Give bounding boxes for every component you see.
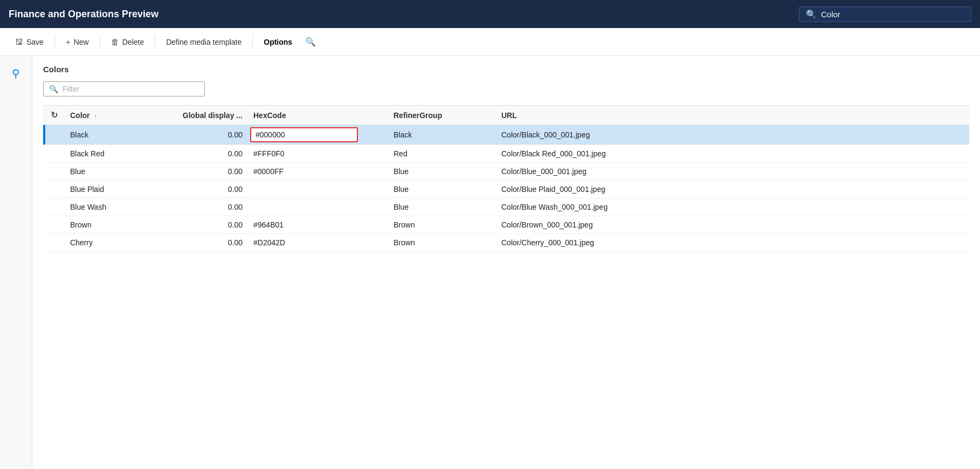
col-refresh-header[interactable]: ↻ [43, 106, 65, 125]
table-row[interactable]: Blue0.00#0000FFBlueColor/Blue_000_001.jp… [43, 163, 969, 181]
cell-hexcode[interactable]: #0000FF [248, 163, 388, 181]
table-row[interactable]: Blue Wash0.00BlueColor/Blue Wash_000_001… [43, 198, 969, 216]
cell-refiner[interactable]: Red [388, 145, 496, 163]
save-icon: 🖫 [15, 37, 23, 46]
toolbar-search-icon[interactable]: 🔍 [301, 33, 320, 50]
filter-search-icon: 🔍 [49, 85, 58, 93]
sort-icon: ↑ [94, 113, 97, 119]
delete-icon: 🗑 [111, 37, 119, 46]
selected-indicator [43, 125, 45, 144]
col-global-label: Global display ... [183, 111, 243, 120]
cell-hexcode[interactable] [248, 125, 388, 145]
save-label: Save [26, 38, 44, 46]
new-button[interactable]: + New [59, 34, 95, 50]
cell-url[interactable]: Color/Brown_000_001.jpeg [496, 216, 969, 234]
hexcode-input[interactable] [250, 127, 358, 142]
content-area: Colors 🔍 ↻ Color ↑ Global display ... [32, 56, 980, 469]
cell-refiner[interactable]: Blue [388, 181, 496, 198]
col-hex-label: HexCode [253, 111, 286, 120]
table-body: Black0.00BlackColor/Black_000_001.jpegBl… [43, 125, 969, 252]
toolbar: 🖫 Save + New 🗑 Delete Define media templ… [0, 28, 980, 56]
search-icon: 🔍 [806, 9, 817, 19]
cell-refiner[interactable]: Blue [388, 198, 496, 216]
new-icon: + [66, 37, 71, 46]
cell-color[interactable]: Brown [65, 216, 162, 234]
row-indicator-cell [43, 234, 65, 252]
row-indicator-cell [43, 163, 65, 181]
row-indicator-cell [43, 145, 65, 163]
col-url-header: URL [496, 106, 969, 125]
cell-color[interactable]: Cherry [65, 234, 162, 252]
table-row[interactable]: Black0.00BlackColor/Black_000_001.jpeg [43, 125, 969, 145]
main-content: ⚲ Colors 🔍 ↻ Color ↑ Globa [0, 56, 980, 469]
cell-hexcode[interactable] [248, 198, 388, 216]
cell-color[interactable]: Black Red [65, 145, 162, 163]
global-search-input[interactable] [821, 10, 964, 19]
cell-url[interactable]: Color/Black Red_000_001.jpeg [496, 145, 969, 163]
toolbar-divider-3 [155, 35, 155, 50]
refresh-icon[interactable]: ↻ [51, 111, 58, 120]
cell-color[interactable]: Blue Wash [65, 198, 162, 216]
col-refiner-header: RefinerGroup [388, 106, 496, 125]
cell-color[interactable]: Blue [65, 163, 162, 181]
toolbar-divider-4 [252, 35, 253, 50]
section-title: Colors [43, 65, 969, 74]
cell-url[interactable]: Color/Black_000_001.jpeg [496, 125, 969, 145]
data-table: ↻ Color ↑ Global display ... HexCode Ref… [43, 105, 969, 252]
toolbar-divider-1 [54, 35, 55, 50]
toolbar-divider-2 [100, 35, 100, 50]
filter-bar[interactable]: 🔍 [43, 81, 205, 96]
cell-hexcode[interactable]: #FFF0F0 [248, 145, 388, 163]
cell-hexcode[interactable]: #D2042D [248, 234, 388, 252]
cell-refiner[interactable]: Brown [388, 216, 496, 234]
cell-color[interactable]: Black [65, 125, 162, 145]
sidebar: ⚲ [0, 56, 32, 469]
cell-refiner[interactable]: Brown [388, 234, 496, 252]
filter-icon[interactable]: ⚲ [12, 67, 20, 80]
col-color-label: Color [70, 111, 90, 120]
cell-url[interactable]: Color/Blue Wash_000_001.jpeg [496, 198, 969, 216]
cell-url[interactable]: Color/Cherry_000_001.jpeg [496, 234, 969, 252]
cell-global[interactable]: 0.00 [162, 125, 248, 145]
col-global-header: Global display ... [162, 106, 248, 125]
table-header-row: ↻ Color ↑ Global display ... HexCode Ref… [43, 106, 969, 125]
cell-global[interactable]: 0.00 [162, 216, 248, 234]
save-button[interactable]: 🖫 Save [9, 34, 50, 50]
top-bar: Finance and Operations Preview 🔍 [0, 0, 980, 28]
row-indicator-cell [43, 181, 65, 198]
delete-label: Delete [122, 38, 144, 46]
col-url-label: URL [501, 111, 517, 120]
define-media-template-label: Define media template [166, 38, 241, 46]
table-row[interactable]: Black Red0.00#FFF0F0RedColor/Black Red_0… [43, 145, 969, 163]
row-indicator-cell [43, 125, 65, 145]
filter-input[interactable] [63, 85, 199, 93]
col-color-header[interactable]: Color ↑ [65, 106, 162, 125]
col-hex-header: HexCode [248, 106, 388, 125]
cell-url[interactable]: Color/Blue_000_001.jpeg [496, 163, 969, 181]
cell-hexcode[interactable] [248, 181, 388, 198]
cell-url[interactable]: Color/Blue Plaid_000_001.jpeg [496, 181, 969, 198]
options-button[interactable]: Options [257, 35, 299, 50]
options-label: Options [264, 38, 292, 46]
cell-refiner[interactable]: Black [388, 125, 496, 145]
define-media-template-button[interactable]: Define media template [160, 35, 248, 50]
cell-refiner[interactable]: Blue [388, 163, 496, 181]
global-search[interactable]: 🔍 [799, 6, 971, 22]
cell-global[interactable]: 0.00 [162, 181, 248, 198]
cell-hexcode[interactable]: #964B01 [248, 216, 388, 234]
delete-button[interactable]: 🗑 Delete [105, 34, 150, 50]
col-refiner-label: RefinerGroup [394, 111, 442, 120]
app-title: Finance and Operations Preview [9, 9, 788, 20]
row-indicator-cell [43, 216, 65, 234]
row-indicator-cell [43, 198, 65, 216]
new-label: New [74, 38, 89, 46]
cell-global[interactable]: 0.00 [162, 145, 248, 163]
table-row[interactable]: Cherry0.00#D2042DBrownColor/Cherry_000_0… [43, 234, 969, 252]
cell-color[interactable]: Blue Plaid [65, 181, 162, 198]
table-row[interactable]: Brown0.00#964B01BrownColor/Brown_000_001… [43, 216, 969, 234]
cell-global[interactable]: 0.00 [162, 163, 248, 181]
cell-global[interactable]: 0.00 [162, 234, 248, 252]
cell-global[interactable]: 0.00 [162, 198, 248, 216]
table-row[interactable]: Blue Plaid0.00BlueColor/Blue Plaid_000_0… [43, 181, 969, 198]
